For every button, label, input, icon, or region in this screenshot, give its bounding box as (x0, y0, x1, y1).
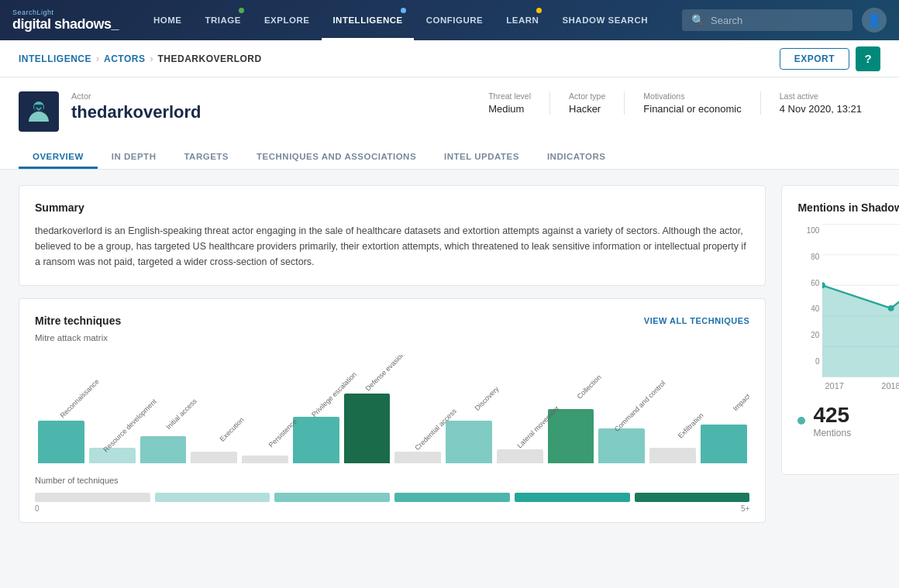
actor-header: Actor thedarkoverlord Threat level Mediu… (0, 77, 899, 170)
last-active-label: Last active (780, 91, 862, 101)
brand-logo[interactable]: SearchLight digital shadows_ (12, 9, 121, 33)
motivations-label: Motivations (643, 91, 741, 101)
motivations-value: Financial or economic (643, 103, 741, 115)
mitre-subtitle: Mitre attack matrix (35, 333, 749, 342)
bar-label: Defense evasion (343, 355, 406, 393)
bar-block (242, 456, 288, 463)
mentions-chart-svg (822, 223, 899, 378)
y-80: 80 (797, 253, 819, 261)
nav-item-configure[interactable]: CONFIGURE (415, 0, 494, 40)
triage-dot (239, 8, 244, 13)
nav-item-learn[interactable]: LEARN (495, 0, 549, 40)
brand-name-text: digital shadows_ (12, 16, 121, 33)
y-axis: 100 80 60 40 20 0 (797, 223, 819, 378)
bc-intelligence[interactable]: INTELLIGENCE (19, 53, 91, 64)
bar-chart-area: ReconnaissanceResource developmentInitia… (35, 355, 749, 463)
nav-item-home[interactable]: HOME (143, 0, 193, 40)
mentions-title: Mentions in Shadow Search (797, 201, 899, 214)
y-20: 20 (797, 331, 819, 339)
tab-targets[interactable]: TARGETS (170, 144, 243, 169)
tab-intel-updates[interactable]: INTEL UPDATES (430, 144, 533, 169)
bc-current: THEDARKOVERLORD (157, 53, 261, 64)
bc-actors[interactable]: ACTORS (104, 53, 145, 64)
nav-item-intelligence[interactable]: INTELLIGENCE (322, 0, 413, 40)
bar-col: Impact (701, 384, 747, 463)
actor-type-label: Actor type (569, 91, 605, 101)
y-40: 40 (797, 304, 819, 313)
actor-name-block: Actor thedarkoverlord (71, 91, 202, 122)
mitre-title: Mitre techniques (35, 315, 121, 327)
search-box: 🔍 (682, 9, 852, 31)
last-active-value: 4 Nov 2020, 13:21 (780, 103, 862, 115)
tab-techniques[interactable]: TECHNIQUES AND ASSOCIATIONS (243, 144, 430, 169)
help-button[interactable]: ? (856, 46, 880, 71)
bar-block (548, 409, 594, 463)
mentions-chart-inner: 100 80 60 40 20 0 (797, 223, 899, 378)
nav-items: HOME TRIAGE EXPLORE INTELLIGENCE CONFIGU… (143, 0, 682, 40)
mentions-number: 425 (813, 403, 851, 428)
svg-point-10 (888, 305, 894, 311)
x-axis-labels: 2017 2018 2019 2020 (797, 378, 899, 390)
x-label-2018: 2018 (881, 381, 899, 390)
nav-item-triage[interactable]: TRIAGE (195, 0, 252, 40)
bar-label: Initial access (143, 377, 198, 431)
nav-item-shadow-search[interactable]: SHADOW SEARCH (551, 0, 659, 40)
tab-overview[interactable]: OVERVIEW (19, 144, 98, 169)
mitre-card: Mitre techniques VIEW ALL TECHNIQUES Mit… (19, 298, 766, 523)
breadcrumb: INTELLIGENCE › ACTORS › THEDARKOVERLORD (19, 53, 262, 64)
bar-col: Exfiltration (649, 407, 696, 463)
bar-label: Discovery (453, 364, 501, 412)
tab-in-depth[interactable]: IN DEPTH (98, 144, 170, 169)
actor-type-value: Hacker (569, 103, 605, 115)
actor-label: Actor (71, 91, 202, 101)
x-label-2017: 2017 (825, 381, 843, 390)
bar-block (191, 452, 237, 463)
bar-label: Collection (554, 355, 602, 401)
view-all-techniques-link[interactable]: VIEW ALL TECHNIQUES (644, 316, 750, 325)
y-100: 100 (797, 226, 819, 235)
bar-block (38, 421, 84, 463)
mentions-chart-wrap: 100 80 60 40 20 0 (797, 223, 899, 390)
bc-sep-1: › (96, 53, 99, 64)
bar-label: Persistence (246, 397, 298, 449)
meta-threat-level: Threat level Medium (470, 91, 549, 115)
breadcrumb-actions: EXPORT ? (780, 46, 880, 71)
threat-level-label: Threat level (488, 91, 531, 101)
bar-block (649, 448, 696, 463)
brand-top-text: SearchLight (12, 9, 121, 16)
nav-item-explore[interactable]: EXPLORE (253, 0, 320, 40)
meta-last-active: Last active 4 Nov 2020, 13:21 (760, 91, 880, 115)
right-column: Mentions in Shadow Search 100 80 60 40 2… (781, 185, 899, 523)
bar-col: Resource development (89, 407, 136, 463)
tab-indicators[interactable]: INDICATORS (533, 144, 620, 169)
view-mentions-link[interactable]: VIEW MENTIONS (797, 448, 899, 459)
search-input[interactable] (711, 15, 843, 26)
bar-col: Lateral movement (497, 409, 543, 463)
bar-col: Reconnaissance (38, 380, 84, 463)
actor-icon (26, 98, 52, 125)
actor-info-row: Actor thedarkoverlord Threat level Mediu… (19, 91, 880, 132)
legend-swatch-2 (274, 493, 390, 502)
user-avatar[interactable]: 👤 (862, 8, 887, 33)
bar-block (446, 421, 492, 463)
tabs-row: OVERVIEW IN DEPTH TARGETS TECHNIQUES AND… (19, 144, 880, 169)
bar-label: Impact (711, 371, 749, 412)
legend-swatch-4 (515, 493, 630, 502)
meta-motivations: Motivations Financial or economic (624, 91, 760, 115)
bar-block (701, 425, 747, 463)
top-navigation: SearchLight digital shadows_ HOME TRIAGE… (0, 0, 899, 40)
y-0: 0 (797, 357, 819, 366)
bar-block (394, 452, 441, 463)
search-icon: 🔍 (691, 14, 704, 26)
export-button[interactable]: EXPORT (780, 48, 849, 70)
summary-card: Summary thedarkoverlord is an English-sp… (19, 185, 766, 286)
left-column: Summary thedarkoverlord is an English-sp… (19, 185, 766, 523)
legend-swatch-3 (394, 493, 510, 502)
mitre-bar-chart: ReconnaissanceResource developmentInitia… (35, 355, 749, 463)
bar-block (497, 449, 543, 463)
bar-block (140, 436, 187, 463)
bar-col: Privilege escalation (293, 377, 339, 463)
bar-block (89, 448, 136, 463)
bc-sep-2: › (150, 53, 153, 64)
bar-col: Initial access (140, 396, 187, 463)
